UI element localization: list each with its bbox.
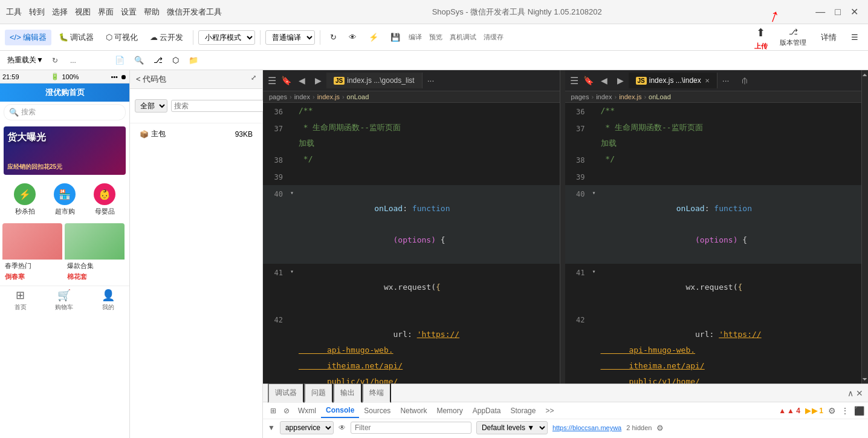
tab-index-active[interactable]: JS index.js ...\index ✕ [629,73,717,88]
nav-home[interactable]: ⊞ 首页 [15,289,27,312]
version-management-button[interactable]: ⎇ 版本管理 [775,25,811,50]
terminal-tab[interactable]: 终端 [362,383,391,403]
sub-refresh-button[interactable]: ↻ [48,55,62,66]
nav-cart[interactable]: 🛒 购物车 [55,289,73,312]
menu-item-select[interactable]: 选择 [52,7,68,18]
wxml-tab-button[interactable]: ⊞ [267,404,280,417]
problems-tab[interactable]: 问题 [304,383,333,403]
pane2-forward-icon[interactable]: ▶ [612,73,629,88]
pane1-more-button[interactable]: ··· [423,73,439,88]
upload-button[interactable]: ⬆ [751,24,770,42]
block-icon-button[interactable]: ⊘ [280,404,293,417]
right-scrollbar[interactable]: ⏶ ⏷ [862,70,868,384]
search-panel-icon[interactable]: 🔍 [134,56,144,65]
pane2-more-button[interactable]: ··· [717,73,734,88]
split-editor-button[interactable]: ⫛ [736,74,754,88]
more-dots[interactable]: ••• [111,73,118,80]
menu-item-view[interactable]: 视图 [75,7,91,18]
sources-tab[interactable]: Sources [359,404,395,417]
real-debug-button[interactable]: ⚡ [364,30,383,44]
refresh-button[interactable]: ↻ [325,30,342,44]
storage-tab[interactable]: Storage [505,404,540,417]
nav-profile[interactable]: 👤 我的 [102,289,115,312]
debugger-panel-tab[interactable]: 调试器 [268,383,304,403]
console-more-icon[interactable]: ⋮ [841,406,849,416]
code-line: 38 */ [263,151,560,168]
minimize-button[interactable]: — [812,5,829,19]
bottom-panel-close-button[interactable]: ✕ [856,388,863,398]
warn-icon: ▶ [805,407,811,415]
product-title-2: 爆款合集 [65,260,125,272]
console-tab-active[interactable]: Console [321,404,359,418]
sub-more-button[interactable]: ... [66,55,80,66]
git-icon[interactable]: ⎇ [154,56,163,65]
pane1-forward-icon[interactable]: ▶ [310,73,326,88]
console-settings-icon[interactable]: ⚙ [828,406,836,416]
record-icon[interactable]: ⏺ [120,73,127,80]
log-level-select[interactable]: Default levels ▼ [476,421,548,434]
tab-close-icon[interactable]: ✕ [705,77,710,84]
maximize-button[interactable]: □ [831,5,844,19]
preview-button[interactable]: 👁 [344,30,361,44]
console-dock-icon[interactable]: ⬛ [854,406,864,416]
dep-search-input[interactable] [171,100,268,112]
pane1-nav-icon[interactable]: ☰ [265,74,279,88]
menu-item-ui[interactable]: 界面 [98,7,114,18]
menu-item-help[interactable]: 帮助 [144,7,160,18]
pane2-back-icon[interactable]: ◀ [596,73,612,88]
editor-divider [560,70,565,384]
dep-filter-select[interactable]: 全部 [135,99,167,113]
pane2-bookmark-icon[interactable]: 🔖 [581,74,596,87]
version-label: 版本管理 [780,38,806,47]
product-card-1[interactable]: 春季热门 倒春寒 [2,223,62,283]
detail-button[interactable]: 详情 [816,30,841,45]
console-gear-button[interactable]: ⚙ [656,423,664,433]
upload-icon: ⬆ [756,26,765,39]
cloud-button[interactable]: ☁ 云开发 [145,30,188,45]
new-file-icon[interactable]: 📄 [115,56,125,65]
more-tabs[interactable]: >> [540,404,559,417]
console-filter-input[interactable] [351,422,471,434]
appdata-tab[interactable]: AppData [468,404,506,417]
pane1-bookmark-icon[interactable]: 🔖 [279,74,294,87]
compile-select[interactable]: 普通编译 [265,30,315,45]
pane2-nav-icon[interactable]: ☰ [568,74,581,88]
menu-item-goto[interactable]: 转到 [29,7,45,18]
phone-search-bar[interactable]: 🔍 搜索 [4,104,126,120]
dep-main-package[interactable]: 📦 主包 93KB [136,127,256,141]
appservice-select[interactable]: appservice [280,421,334,434]
code-content-2[interactable]: 36 /** 37 * 生命周期函数--监听页面加载 38 * [565,103,862,384]
quick-icon-market[interactable]: 🏪 超市购 [54,183,76,216]
quick-icon-flash[interactable]: ⚡ 秒杀拍 [14,183,36,216]
menu-item-tool[interactable]: 工具 [6,7,22,18]
wxml-tab[interactable]: Wxml [293,404,321,417]
baby-label: 母婴品 [95,207,115,216]
file-manager-icon[interactable]: 📁 [189,56,198,65]
clear-cache-button[interactable]: 💾 [386,30,405,44]
dep-panel-resize-icon[interactable]: ⤢ [251,74,256,82]
tab-goods-list[interactable]: JS index.js ...\goods_list [326,73,423,88]
menu-item-devtools[interactable]: 微信开发者工具 [167,7,222,18]
status-url[interactable]: https://bloccsan.meywa [552,424,621,431]
memory-tab[interactable]: Memory [432,404,467,417]
hamburger-menu-button[interactable]: ☰ [846,30,863,44]
network-tab[interactable]: Network [395,404,432,417]
mode-select[interactable]: 小程序模式 [198,30,255,45]
bottom-panel-up-button[interactable]: ∧ [847,388,853,398]
visual-button[interactable]: ⬡ 可视化 [101,30,143,45]
hot-reload-label[interactable]: 热重载关▼ [7,55,44,65]
close-button[interactable]: ✕ [847,5,862,19]
market-label: 超市购 [55,207,75,216]
quick-icon-baby[interactable]: 👶 母婴品 [94,183,115,216]
output-tab[interactable]: 输出 [333,383,362,403]
code-content-1[interactable]: 36 /** 37 * 生命周期函数--监听页面加载 38 * [263,103,560,384]
preview-panel-icon[interactable]: ⬡ [172,56,179,65]
debugger-button[interactable]: 🐛 调试器 [54,30,99,45]
search-text: 搜索 [21,107,36,117]
editor-button[interactable]: </> 编辑器 [5,30,51,45]
pane1-back-icon[interactable]: ◀ [294,73,310,88]
eye-console-icon[interactable]: 👁 [338,423,346,432]
breadcrumb-1: pages › index › index.js › onLoad [263,91,560,103]
menu-item-settings[interactable]: 设置 [121,7,137,18]
product-card-2[interactable]: 爆款合集 棉花套 [65,223,125,283]
